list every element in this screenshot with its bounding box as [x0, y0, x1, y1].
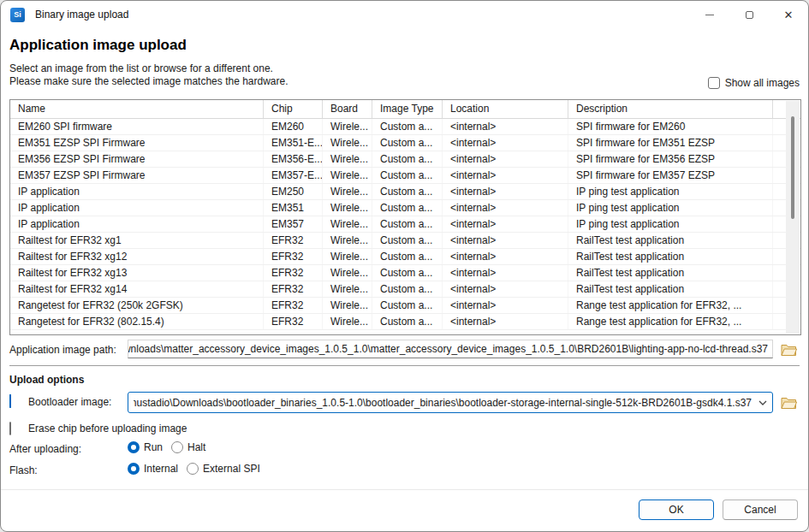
table-cell: EM351-E... [264, 135, 323, 151]
table-row[interactable]: Railtest for EFR32 xg12EFR32Wirele...Cus… [10, 249, 800, 265]
after-uploading-label: After uploading: [9, 443, 81, 455]
table-cell: IP application [10, 184, 264, 199]
radio-option-run[interactable]: Run [128, 441, 163, 453]
table-cell: IP application [10, 200, 264, 216]
table-cell: Wirele... [323, 216, 372, 232]
radio-option-internal[interactable]: Internal [128, 463, 178, 475]
table-cell: SPI firmware for EM356 EZSP [568, 151, 773, 167]
table-cell: Custom a... [372, 200, 443, 216]
table-cell: Custom a... [372, 314, 443, 329]
table-cell: <internal> [443, 119, 568, 134]
column-header[interactable]: Name [10, 100, 264, 118]
table-cell: <internal> [443, 265, 568, 281]
checkbox-icon [9, 394, 11, 408]
table-row[interactable]: Rangetest for EFR32 (250k 2GFSK)EFR32Wir… [10, 298, 800, 314]
ok-button[interactable]: OK [639, 499, 714, 520]
radio-label: Run [144, 441, 163, 453]
application-image-path-input[interactable]: Downloads\matter_accessory_device_images… [128, 340, 773, 358]
table-cell: <internal> [443, 281, 568, 297]
table-row[interactable]: EM357 EZSP SPI FirmwareEM357-E...Wirele.… [10, 168, 800, 184]
table-row[interactable]: EM356 EZSP SPI FirmwareEM356-E...Wirele.… [10, 151, 800, 168]
application-image-path-value: Downloads\matter_accessory_device_images… [128, 343, 768, 355]
table-cell: EM351 EZSP SPI Firmware [10, 135, 264, 151]
close-button[interactable]: ✕ [769, 1, 808, 28]
radio-option-halt[interactable]: Halt [171, 441, 205, 453]
application-image-path-label: Application image path: [9, 344, 116, 356]
vertical-scrollbar[interactable] [786, 101, 800, 334]
subtitle-line2: Please make sure the selected image matc… [9, 75, 289, 87]
image-table: NameChipBoardImage TypeLocationDescripti… [9, 99, 801, 335]
table-cell: Wirele... [323, 200, 372, 216]
table-row[interactable]: EM260 SPI firmwareEM260Wirele...Custom a… [10, 119, 800, 135]
table-cell: Custom a... [372, 135, 443, 151]
table-cell: <internal> [443, 249, 568, 264]
table-cell: Wirele... [323, 281, 372, 297]
table-row[interactable]: Railtest for EFR32 xg13EFR32Wirele...Cus… [10, 265, 800, 281]
table-row[interactable]: IP applicationEM351Wirele...Custom a...<… [10, 200, 800, 216]
table-header-row: NameChipBoardImage TypeLocationDescripti… [10, 100, 800, 119]
table-cell: EM356-E... [264, 151, 323, 167]
table-cell: <internal> [443, 200, 568, 216]
table-cell: EM357 EZSP SPI Firmware [10, 168, 264, 183]
table-cell: Custom a... [372, 216, 443, 232]
table-cell: IP application [10, 216, 264, 232]
table-cell: <internal> [443, 151, 568, 167]
window-title: Binary image upload [35, 9, 128, 21]
table-row[interactable]: Railtest for EFR32 xg14EFR32Wirele...Cus… [10, 281, 800, 298]
page-title: Application image upload [9, 37, 187, 54]
column-header[interactable]: Image Type [372, 100, 443, 118]
table-cell: Rangetest for EFR32 (250k 2GFSK) [10, 298, 264, 313]
folder-open-icon [781, 343, 797, 356]
maximize-icon [746, 11, 753, 19]
table-row[interactable]: Rangetest for EFR32 (802.15.4)EFR32Wirel… [10, 314, 800, 330]
checkbox-icon [708, 77, 720, 89]
show-all-images-label: Show all images [725, 77, 800, 89]
table-row[interactable]: IP applicationEM250Wirele...Custom a...<… [10, 184, 800, 200]
table-cell: RailTest test application [568, 233, 773, 248]
bootloader-image-label: Bootloader image: [28, 396, 111, 408]
table-cell: Wirele... [323, 298, 372, 313]
column-header[interactable]: Description [568, 100, 773, 118]
table-cell: SPI firmware for EM357 EZSP [568, 168, 773, 183]
minimize-icon [705, 15, 714, 15]
erase-chip-checkbox[interactable] [9, 423, 11, 434]
table-cell: IP ping test application [568, 216, 773, 232]
radio-label: External SPI [203, 463, 260, 475]
table-cell: <internal> [443, 314, 568, 329]
table-cell: Custom a... [372, 265, 443, 281]
table-cell: Custom a... [372, 298, 443, 313]
bootloader-image-checkbox[interactable] [9, 395, 11, 407]
radio-label: Internal [144, 463, 178, 475]
table-row[interactable]: Railtest for EFR32 xg1EFR32Wirele...Cust… [10, 233, 800, 249]
table-cell: Custom a... [372, 151, 443, 167]
browse-application-image-button[interactable] [776, 340, 800, 359]
table-cell: Range test application for EFR32, ... [568, 298, 773, 313]
bootloader-image-combobox[interactable]: gmustadio\Downloads\bootloader_binaries_… [128, 392, 773, 413]
show-all-images-checkbox[interactable]: Show all images [708, 77, 800, 89]
table-cell: EM357 [264, 216, 323, 232]
subtitle-line1: Select an image from the list or browse … [9, 62, 273, 74]
browse-bootloader-image-button[interactable] [776, 393, 800, 412]
scrollbar-thumb[interactable] [791, 116, 794, 219]
section-separator [9, 365, 800, 366]
table-row[interactable]: IP applicationEM357Wirele...Custom a...<… [10, 216, 800, 233]
table-cell: Custom a... [372, 119, 443, 134]
simplicity-studio-icon: Si [10, 8, 25, 22]
minimize-button[interactable] [690, 1, 729, 28]
radio-option-external-spi[interactable]: External SPI [187, 463, 260, 475]
table-cell: Wirele... [323, 184, 372, 199]
column-header[interactable]: Location [443, 100, 568, 118]
maximize-button[interactable] [729, 1, 769, 28]
table-cell: Range test application for EFR32, ... [568, 314, 773, 329]
flash-label: Flash: [9, 464, 38, 476]
table-cell: EM260 SPI firmware [10, 119, 264, 134]
table-cell: Wirele... [323, 135, 372, 151]
cancel-button[interactable]: Cancel [723, 499, 798, 520]
table-cell: EFR32 [264, 249, 323, 264]
table-cell: <internal> [443, 168, 568, 183]
table-cell: EFR32 [264, 233, 323, 248]
table-cell: Railtest for EFR32 xg14 [10, 281, 264, 297]
column-header[interactable]: Board [323, 100, 372, 118]
table-row[interactable]: EM351 EZSP SPI FirmwareEM351-E...Wirele.… [10, 135, 800, 151]
column-header[interactable]: Chip [264, 100, 323, 118]
